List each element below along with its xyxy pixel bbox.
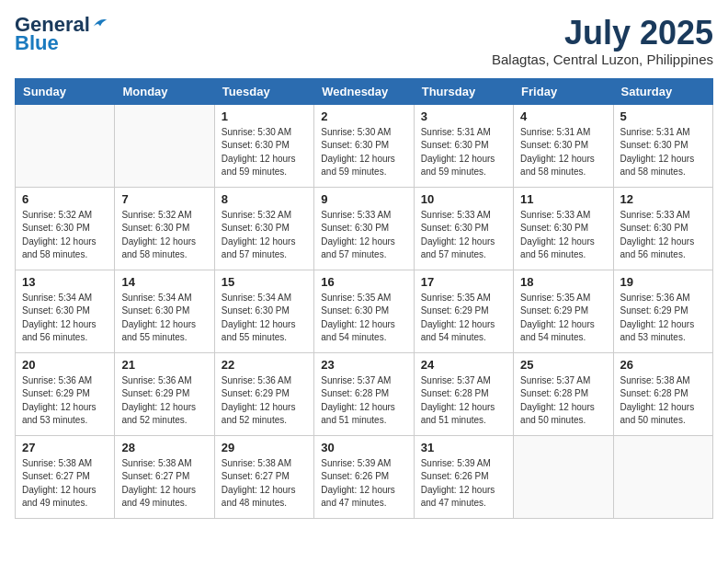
table-row: 3Sunrise: 5:31 AM Sunset: 6:30 PM Daylig… [414, 104, 513, 187]
table-row: 26Sunrise: 5:38 AM Sunset: 6:28 PM Dayli… [613, 352, 712, 435]
col-friday: Friday [514, 78, 613, 104]
table-row: 13Sunrise: 5:34 AM Sunset: 6:30 PM Dayli… [16, 270, 115, 352]
day-info: Sunrise: 5:35 AM Sunset: 6:30 PM Dayligh… [321, 292, 406, 345]
day-number: 8 [222, 192, 307, 206]
day-info: Sunrise: 5:30 AM Sunset: 6:30 PM Dayligh… [321, 126, 406, 179]
table-row [514, 435, 613, 518]
day-info: Sunrise: 5:34 AM Sunset: 6:30 PM Dayligh… [22, 292, 108, 345]
table-row: 20Sunrise: 5:36 AM Sunset: 6:29 PM Dayli… [16, 352, 115, 435]
calendar-week-row: 6Sunrise: 5:32 AM Sunset: 6:30 PM Daylig… [16, 187, 713, 270]
day-info: Sunrise: 5:37 AM Sunset: 6:28 PM Dayligh… [421, 374, 506, 428]
calendar-week-row: 1Sunrise: 5:30 AM Sunset: 6:30 PM Daylig… [16, 104, 713, 187]
day-number: 31 [421, 441, 506, 454]
location-subtitle: Balagtas, Central Luzon, Philippines [492, 52, 713, 67]
day-info: Sunrise: 5:36 AM Sunset: 6:29 PM Dayligh… [121, 374, 207, 428]
table-row: 24Sunrise: 5:37 AM Sunset: 6:28 PM Dayli… [414, 352, 513, 435]
day-number: 24 [421, 358, 506, 372]
day-number: 19 [620, 275, 706, 289]
col-tuesday: Tuesday [214, 78, 313, 104]
month-year-title: July 2025 [492, 15, 713, 52]
logo: General Blue [15, 15, 108, 53]
day-number: 15 [222, 275, 307, 289]
table-row: 2Sunrise: 5:30 AM Sunset: 6:30 PM Daylig… [314, 104, 414, 187]
day-number: 17 [421, 275, 506, 289]
table-row: 23Sunrise: 5:37 AM Sunset: 6:28 PM Dayli… [314, 352, 414, 435]
day-number: 10 [421, 192, 506, 206]
day-info: Sunrise: 5:35 AM Sunset: 6:29 PM Dayligh… [421, 292, 506, 345]
day-number: 3 [421, 109, 506, 123]
table-row [613, 435, 712, 518]
calendar-table: Sunday Monday Tuesday Wednesday Thursday… [15, 78, 713, 519]
day-info: Sunrise: 5:38 AM Sunset: 6:27 PM Dayligh… [222, 457, 307, 511]
calendar-header-row: Sunday Monday Tuesday Wednesday Thursday… [16, 78, 713, 104]
day-info: Sunrise: 5:36 AM Sunset: 6:29 PM Dayligh… [620, 292, 706, 345]
day-info: Sunrise: 5:39 AM Sunset: 6:26 PM Dayligh… [321, 457, 406, 511]
day-number: 25 [520, 358, 606, 372]
day-number: 22 [222, 358, 307, 372]
day-number: 23 [321, 358, 406, 372]
day-info: Sunrise: 5:31 AM Sunset: 6:30 PM Dayligh… [620, 126, 706, 179]
day-number: 7 [121, 192, 207, 206]
day-info: Sunrise: 5:36 AM Sunset: 6:29 PM Dayligh… [222, 374, 307, 428]
table-row: 4Sunrise: 5:31 AM Sunset: 6:30 PM Daylig… [514, 104, 613, 187]
col-thursday: Thursday [414, 78, 513, 104]
logo-bird-icon [92, 15, 108, 31]
table-row: 9Sunrise: 5:33 AM Sunset: 6:30 PM Daylig… [314, 187, 414, 270]
day-info: Sunrise: 5:32 AM Sunset: 6:30 PM Dayligh… [22, 209, 108, 262]
day-info: Sunrise: 5:34 AM Sunset: 6:30 PM Dayligh… [121, 292, 207, 345]
day-info: Sunrise: 5:37 AM Sunset: 6:28 PM Dayligh… [520, 374, 606, 428]
table-row: 1Sunrise: 5:30 AM Sunset: 6:30 PM Daylig… [214, 104, 313, 187]
day-number: 21 [121, 358, 207, 372]
table-row [16, 104, 115, 187]
table-row: 12Sunrise: 5:33 AM Sunset: 6:30 PM Dayli… [613, 187, 712, 270]
table-row: 17Sunrise: 5:35 AM Sunset: 6:29 PM Dayli… [414, 270, 513, 352]
day-number: 13 [22, 275, 108, 289]
table-row: 11Sunrise: 5:33 AM Sunset: 6:30 PM Dayli… [514, 187, 613, 270]
day-number: 27 [22, 441, 108, 454]
day-info: Sunrise: 5:38 AM Sunset: 6:28 PM Dayligh… [620, 374, 706, 428]
calendar-week-row: 13Sunrise: 5:34 AM Sunset: 6:30 PM Dayli… [16, 270, 713, 352]
table-row: 25Sunrise: 5:37 AM Sunset: 6:28 PM Dayli… [514, 352, 613, 435]
day-info: Sunrise: 5:34 AM Sunset: 6:30 PM Dayligh… [222, 292, 307, 345]
day-info: Sunrise: 5:31 AM Sunset: 6:30 PM Dayligh… [520, 126, 606, 179]
day-number: 2 [321, 109, 406, 123]
table-row: 21Sunrise: 5:36 AM Sunset: 6:29 PM Dayli… [115, 352, 214, 435]
calendar-week-row: 27Sunrise: 5:38 AM Sunset: 6:27 PM Dayli… [16, 435, 713, 518]
table-row: 5Sunrise: 5:31 AM Sunset: 6:30 PM Daylig… [613, 104, 712, 187]
day-info: Sunrise: 5:32 AM Sunset: 6:30 PM Dayligh… [121, 209, 207, 262]
day-number: 20 [22, 358, 108, 372]
page-header: General Blue July 2025 Balagtas, Central… [15, 15, 713, 67]
col-monday: Monday [115, 78, 214, 104]
day-number: 16 [321, 275, 406, 289]
title-section: July 2025 Balagtas, Central Luzon, Phili… [492, 15, 713, 67]
day-number: 18 [520, 275, 606, 289]
table-row: 14Sunrise: 5:34 AM Sunset: 6:30 PM Dayli… [115, 270, 214, 352]
table-row: 28Sunrise: 5:38 AM Sunset: 6:27 PM Dayli… [115, 435, 214, 518]
day-number: 1 [222, 109, 307, 123]
calendar-week-row: 20Sunrise: 5:36 AM Sunset: 6:29 PM Dayli… [16, 352, 713, 435]
day-info: Sunrise: 5:37 AM Sunset: 6:28 PM Dayligh… [321, 374, 406, 428]
day-number: 9 [321, 192, 406, 206]
col-sunday: Sunday [16, 78, 115, 104]
day-info: Sunrise: 5:33 AM Sunset: 6:30 PM Dayligh… [321, 209, 406, 262]
day-info: Sunrise: 5:33 AM Sunset: 6:30 PM Dayligh… [620, 209, 706, 262]
table-row: 27Sunrise: 5:38 AM Sunset: 6:27 PM Dayli… [16, 435, 115, 518]
col-saturday: Saturday [613, 78, 712, 104]
day-info: Sunrise: 5:33 AM Sunset: 6:30 PM Dayligh… [421, 209, 506, 262]
day-info: Sunrise: 5:39 AM Sunset: 6:26 PM Dayligh… [421, 457, 506, 511]
day-info: Sunrise: 5:36 AM Sunset: 6:29 PM Dayligh… [22, 374, 108, 428]
day-number: 11 [520, 192, 606, 206]
table-row: 31Sunrise: 5:39 AM Sunset: 6:26 PM Dayli… [414, 435, 513, 518]
day-info: Sunrise: 5:38 AM Sunset: 6:27 PM Dayligh… [22, 457, 108, 511]
table-row: 22Sunrise: 5:36 AM Sunset: 6:29 PM Dayli… [214, 352, 313, 435]
day-number: 5 [620, 109, 706, 123]
table-row: 16Sunrise: 5:35 AM Sunset: 6:30 PM Dayli… [314, 270, 414, 352]
logo-blue: Blue [15, 33, 59, 53]
day-number: 30 [321, 441, 406, 454]
table-row: 7Sunrise: 5:32 AM Sunset: 6:30 PM Daylig… [115, 187, 214, 270]
table-row: 29Sunrise: 5:38 AM Sunset: 6:27 PM Dayli… [214, 435, 313, 518]
day-info: Sunrise: 5:30 AM Sunset: 6:30 PM Dayligh… [222, 126, 307, 179]
day-info: Sunrise: 5:33 AM Sunset: 6:30 PM Dayligh… [520, 209, 606, 262]
table-row: 15Sunrise: 5:34 AM Sunset: 6:30 PM Dayli… [214, 270, 313, 352]
day-number: 12 [620, 192, 706, 206]
